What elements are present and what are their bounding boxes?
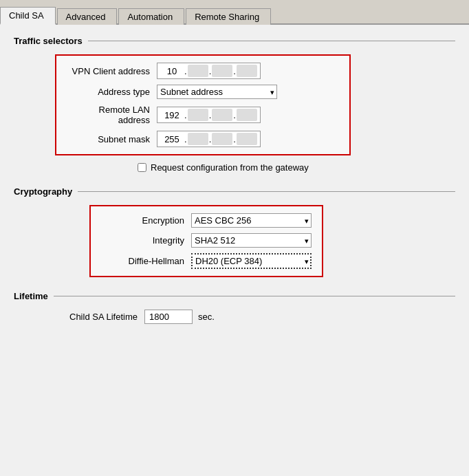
dh-row: Diffie-Hellman DH20 (ECP 384) None DH14 … xyxy=(102,253,311,269)
remote-lan-label: Remote LAN address xyxy=(67,105,157,125)
encryption-wrapper: AES CBC 256 AES CBC 128 AES GCM 128 AES … xyxy=(191,213,312,228)
subnet-mask-octet4[interactable] xyxy=(237,133,257,145)
cryptography-header: Cryptography xyxy=(14,186,455,197)
cryptography-title: Cryptography xyxy=(14,186,72,197)
subnet-mask-label: Subnet mask xyxy=(67,134,157,144)
address-type-row: Address type Subnet address Host address… xyxy=(67,85,338,99)
child-sa-lifetime-row: Child SA Lifetime sec. xyxy=(55,310,455,324)
vpn-client-octet1[interactable] xyxy=(160,66,184,76)
tab-bar: Child SA Advanced Automation Remote Shar… xyxy=(0,0,469,25)
child-sa-lifetime-input[interactable] xyxy=(144,310,193,324)
gateway-config-row: Request configuration from the gateway xyxy=(138,162,455,173)
subnet-mask-row: Subnet mask . . . xyxy=(67,131,338,147)
traffic-selectors-header: Traffic selectors xyxy=(14,36,455,46)
dh-label: Diffie-Hellman xyxy=(102,256,191,266)
encryption-row: Encryption AES CBC 256 AES CBC 128 AES G… xyxy=(102,213,311,228)
remote-lan-octet2[interactable] xyxy=(188,109,208,121)
integrity-row: Integrity SHA2 512 SHA1 96 SHA2 256 xyxy=(102,233,311,248)
tab-child-sa[interactable]: Child SA xyxy=(0,7,56,25)
child-sa-lifetime-label: Child SA Lifetime xyxy=(55,312,144,322)
remote-lan-octet1[interactable] xyxy=(160,110,184,120)
subnet-mask-ip-field: . . . xyxy=(157,131,261,147)
integrity-select[interactable]: SHA2 512 SHA1 96 SHA2 256 xyxy=(191,233,312,248)
traffic-selectors-box: VPN Client address . . . Address type xyxy=(55,54,351,155)
address-type-label: Address type xyxy=(67,87,157,97)
encryption-select[interactable]: AES CBC 256 AES CBC 128 AES GCM 128 AES … xyxy=(191,213,312,228)
integrity-label: Integrity xyxy=(102,235,191,246)
tab-remote-sharing[interactable]: Remote Sharing xyxy=(186,8,271,25)
dh-select[interactable]: DH20 (ECP 384) None DH14 (MODP 2048) DH1… xyxy=(191,253,312,269)
lifetime-header: Lifetime xyxy=(14,291,455,301)
tab-automation[interactable]: Automation xyxy=(118,8,184,25)
remote-lan-ip-field: . . . xyxy=(157,107,261,123)
encryption-label: Encryption xyxy=(102,215,191,226)
subnet-mask-octet2[interactable] xyxy=(188,133,208,145)
subnet-mask-octet3[interactable] xyxy=(212,133,232,145)
traffic-selectors-title: Traffic selectors xyxy=(14,36,83,46)
lifetime-unit: sec. xyxy=(198,312,215,322)
cryptography-divider xyxy=(78,191,455,192)
vpn-client-row: VPN Client address . . . xyxy=(67,63,338,79)
gateway-config-checkbox[interactable] xyxy=(138,163,146,172)
traffic-selectors-section: Traffic selectors VPN Client address . .… xyxy=(14,36,455,173)
vpn-client-ip-field: . . . xyxy=(157,63,261,79)
lifetime-section: Lifetime Child SA Lifetime sec. xyxy=(14,291,455,324)
subnet-mask-octet1[interactable] xyxy=(160,134,184,144)
vpn-client-octet4[interactable] xyxy=(237,65,257,77)
vpn-client-octet3[interactable] xyxy=(212,65,232,77)
address-type-wrapper: Subnet address Host address Range addres… xyxy=(157,85,277,99)
gateway-config-label: Request configuration from the gateway xyxy=(151,162,309,173)
remote-lan-octet4[interactable] xyxy=(237,109,257,121)
remote-lan-row: Remote LAN address . . . xyxy=(67,105,338,125)
cryptography-section: Cryptography Encryption AES CBC 256 AES … xyxy=(14,186,455,277)
dh-wrapper: DH20 (ECP 384) None DH14 (MODP 2048) DH1… xyxy=(191,253,312,269)
traffic-selectors-divider xyxy=(88,41,455,41)
vpn-client-label: VPN Client address xyxy=(67,66,157,76)
integrity-wrapper: SHA2 512 SHA1 96 SHA2 256 xyxy=(191,233,312,248)
remote-lan-octet3[interactable] xyxy=(212,109,232,121)
lifetime-title: Lifetime xyxy=(14,291,48,301)
lifetime-divider xyxy=(54,296,455,296)
vpn-client-octet2[interactable] xyxy=(188,65,208,77)
cryptography-box: Encryption AES CBC 256 AES CBC 128 AES G… xyxy=(89,205,323,277)
vpn-client-ip-input: . . . xyxy=(157,63,261,79)
remote-lan-ip-input: . . . xyxy=(157,107,261,123)
address-type-select[interactable]: Subnet address Host address Range addres… xyxy=(157,85,277,99)
tab-advanced[interactable]: Advanced xyxy=(57,8,118,25)
main-content: Traffic selectors VPN Client address . .… xyxy=(0,25,469,351)
subnet-mask-ip-input: . . . xyxy=(157,131,261,147)
